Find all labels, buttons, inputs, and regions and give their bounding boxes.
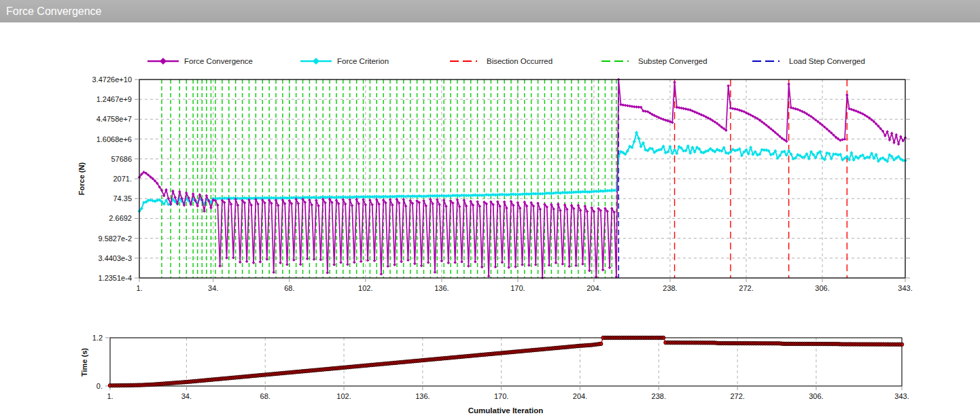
- legend-label: Substep Converged: [638, 57, 707, 65]
- force-convergence-window: Force Convergence 3.4726e+101.2467e+94.4…: [0, 0, 980, 420]
- svg-text:1.: 1.: [136, 284, 142, 292]
- svg-text:204.: 204.: [587, 284, 601, 292]
- svg-text:3.4403e-3: 3.4403e-3: [98, 254, 132, 262]
- svg-text:102.: 102.: [358, 284, 372, 292]
- load-step-dashed-line-icon: [752, 57, 784, 65]
- svg-text:9.5827e-2: 9.5827e-2: [98, 234, 132, 243]
- svg-text:1.2467e+9: 1.2467e+9: [97, 95, 132, 103]
- svg-text:1.6068e+6: 1.6068e+6: [97, 135, 132, 143]
- svg-text:4.4758e+7: 4.4758e+7: [97, 115, 132, 123]
- svg-text:136.: 136.: [415, 392, 430, 400]
- svg-text:272.: 272.: [730, 392, 744, 400]
- svg-text:68.: 68.: [284, 284, 294, 292]
- svg-text:343.: 343.: [894, 392, 909, 400]
- bisection-dashed-line-icon: [449, 57, 482, 65]
- svg-text:238.: 238.: [652, 392, 666, 400]
- svg-text:0.: 0.: [97, 382, 103, 390]
- force-criterion-line-icon: [300, 57, 332, 65]
- svg-text:170.: 170.: [510, 284, 525, 292]
- svg-text:272.: 272.: [739, 284, 753, 292]
- svg-text:238.: 238.: [663, 284, 677, 292]
- svg-text:34.: 34.: [181, 392, 192, 400]
- legend-item-force-criterion: Force Criterion: [300, 57, 389, 65]
- legend-label: Force Criterion: [337, 57, 389, 65]
- svg-text:343.: 343.: [898, 284, 912, 292]
- svg-text:170.: 170.: [494, 392, 508, 400]
- svg-text:1.2: 1.2: [92, 334, 103, 342]
- svg-text:68.: 68.: [260, 392, 270, 400]
- cumulative-iteration-axis-title: Cumulative Iteration: [468, 406, 544, 415]
- legend-item-bisection-occurred: Bisection Occurred: [449, 57, 553, 65]
- svg-text:102.: 102.: [336, 392, 351, 400]
- svg-text:74.35: 74.35: [113, 194, 132, 203]
- svg-text:1.2351e-4: 1.2351e-4: [98, 274, 132, 282]
- substep-dashed-line-icon: [601, 57, 633, 65]
- time-axis-title: Time (s): [80, 348, 88, 377]
- force-axis-title: Force (N): [77, 162, 86, 195]
- svg-text:306.: 306.: [809, 392, 823, 400]
- svg-text:204.: 204.: [573, 392, 587, 400]
- force-convergence-line-icon: [147, 57, 179, 65]
- legend-item-substep-converged: Substep Converged: [601, 57, 707, 65]
- chart-legend: Force Convergence Force Criterion Bisect…: [0, 57, 980, 68]
- svg-text:1.: 1.: [107, 392, 113, 400]
- svg-text:2071.: 2071.: [113, 175, 132, 183]
- legend-item-load-step-converged: Load Step Converged: [752, 57, 865, 65]
- svg-text:136.: 136.: [434, 284, 449, 292]
- legend-item-force-convergence: Force Convergence: [147, 57, 253, 65]
- svg-text:306.: 306.: [815, 284, 829, 292]
- svg-text:57686: 57686: [111, 155, 132, 163]
- legend-label: Force Convergence: [184, 57, 253, 65]
- svg-text:34.: 34.: [208, 284, 218, 292]
- legend-label: Bisection Occurred: [487, 57, 553, 65]
- svg-text:3.4726e+10: 3.4726e+10: [92, 75, 132, 84]
- legend-label: Load Step Converged: [789, 57, 865, 65]
- svg-text:2.6692: 2.6692: [109, 214, 132, 222]
